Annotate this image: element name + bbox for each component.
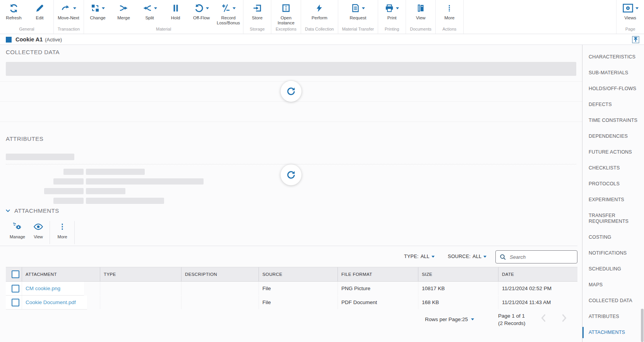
column-header[interactable]: FILE FORMAT	[337, 267, 418, 281]
view-button[interactable]: View	[408, 3, 434, 21]
more-button[interactable]: More	[437, 3, 462, 21]
sidebar-item[interactable]: COSTING	[582, 234, 639, 240]
split-button[interactable]: Split	[137, 3, 163, 21]
type-cell	[100, 282, 181, 295]
sidebar-item[interactable]: EXPERIMENTS	[582, 197, 639, 203]
skeleton-row-line	[0, 121, 582, 122]
vertical-scrollbar[interactable]	[641, 309, 644, 342]
ribbon-toolbar: Refresh Edit General Move-Next Transacti…	[0, 0, 644, 34]
sidebar-item[interactable]: COLLECTED DATA	[582, 298, 639, 304]
column-header[interactable]: DATE	[498, 267, 577, 281]
ribbon-group-label: Transaction	[55, 27, 83, 34]
row-checkbox[interactable]	[12, 285, 19, 292]
change-icon	[91, 3, 105, 14]
ribbon-group-actions: More Actions	[436, 0, 464, 34]
records-info: (2 Records)	[498, 320, 526, 326]
material-type-icon	[6, 37, 12, 43]
column-header[interactable]: DESCRIPTION	[181, 267, 259, 281]
sidebar-item[interactable]: TIME CONSTRAINTS	[582, 118, 644, 123]
store-icon	[253, 3, 262, 14]
off-flow-button[interactable]: Off-Flow	[188, 3, 214, 21]
open-instance-button[interactable]: Open Instance	[272, 3, 300, 26]
search-box[interactable]	[495, 250, 577, 263]
select-all-checkbox[interactable]	[12, 270, 19, 278]
column-header[interactable]: SIZE	[418, 267, 498, 281]
manage-attachments-button[interactable]: Manage	[7, 221, 28, 239]
sidebar-item[interactable]: SCHEDULING	[582, 266, 639, 272]
request-button[interactable]: Request	[345, 3, 371, 21]
column-header[interactable]: ATTACHMENT	[22, 267, 100, 281]
ribbon-group-label: Printing	[379, 27, 405, 34]
record-loss-bonus-icon	[221, 3, 236, 14]
sidebar-item[interactable]: SUB-MATERIALS	[582, 70, 644, 76]
sidebar-item[interactable]: ATTRIBUTES	[582, 314, 639, 320]
sidebar-item[interactable]: MAPS	[582, 282, 639, 288]
rows-per-page-dropdown[interactable]: Rows per Page: 25	[425, 316, 474, 322]
view-attachment-button[interactable]: View	[28, 221, 49, 239]
caret-down-icon	[432, 256, 435, 258]
source-filter-dropdown[interactable]: SOURCE: ALL	[448, 254, 486, 259]
edit-icon	[35, 3, 45, 14]
type-filter-dropdown[interactable]: TYPE: ALL	[404, 254, 435, 259]
column-header[interactable]: TYPE	[100, 267, 181, 281]
date-cell: 11/21/2024 11:43 AM	[498, 296, 577, 309]
attachments-section-header[interactable]: ATTACHMENTS	[5, 207, 59, 214]
manage-icon	[12, 221, 22, 232]
attachment-link[interactable]: Cookie Document.pdf	[26, 299, 76, 305]
ribbon-group-material-transfer: Request Material Transfer	[338, 0, 379, 34]
sidebar-item[interactable]: CHARACTERISTICS	[582, 54, 644, 60]
sidebar-item[interactable]: PROTOCOLS	[582, 181, 639, 187]
open-instance-icon	[281, 3, 291, 14]
ribbon-group-documents: View Documents	[406, 0, 436, 34]
store-button[interactable]: Store	[244, 3, 270, 21]
ribbon-group-page: Views Page	[616, 0, 644, 34]
views-button[interactable]: Views	[617, 3, 643, 21]
sidebar-item[interactable]: ATTACHMENTS	[582, 330, 639, 335]
merge-button[interactable]: Merge	[111, 3, 137, 21]
refresh-button[interactable]: Refresh	[1, 3, 27, 21]
more-attachments-button[interactable]: More	[52, 221, 73, 239]
split-icon	[142, 3, 157, 14]
column-header[interactable]: SOURCE	[259, 267, 337, 281]
print-icon	[385, 3, 399, 14]
table-header-columns: ATTACHMENTTYPEDESCRIPTIONSOURCEFILE FORM…	[22, 267, 577, 281]
toolbar-separator	[50, 221, 50, 244]
print-button[interactable]: Print	[379, 3, 405, 21]
record-loss-bonus-button[interactable]: Record Loss/Bonus	[214, 3, 242, 26]
refresh-icon	[9, 3, 19, 14]
ribbon-group-data-collection: Perform Data Collection	[301, 0, 338, 34]
date-cell: 11/21/2024 02:52 PM	[498, 282, 577, 295]
size-cell: 168 KB	[418, 296, 498, 309]
caret-down-icon	[471, 318, 474, 320]
change-button[interactable]: Change	[85, 3, 111, 21]
sidebar-item[interactable]: DEFECTS	[582, 102, 644, 108]
edit-button[interactable]: Edit	[27, 3, 53, 21]
next-page-icon[interactable]	[560, 313, 567, 323]
caret-down-icon	[635, 7, 639, 9]
collected-data-section-title: COLLECTED DATA	[6, 49, 60, 55]
hold-button[interactable]: Hold	[163, 3, 188, 21]
more-icon	[445, 3, 453, 14]
sidebar-item[interactable]: FUTURE ACTIONS	[582, 149, 644, 155]
attachment-link[interactable]: CM cookie.png	[26, 286, 60, 291]
sidebar-item[interactable]: DEPENDENCIES	[582, 133, 644, 139]
perform-icon	[315, 3, 324, 14]
section-nav-sidebar: CHARACTERISTICSSUB-MATERIALSHOLDS/OFF-FL…	[582, 45, 644, 342]
chevron-down-icon	[5, 208, 11, 214]
sidebar-item[interactable]: CHECKLISTS	[582, 165, 639, 171]
ribbon-group-printing: Print Printing	[378, 0, 406, 34]
filter-divider	[0, 246, 577, 246]
spinner-icon	[286, 87, 296, 96]
caret-down-icon	[233, 7, 236, 9]
expand-icon[interactable]	[632, 36, 639, 43]
row-checkbox[interactable]	[12, 299, 19, 306]
move-next-button[interactable]: Move-Next	[55, 3, 82, 21]
search-input[interactable]	[510, 254, 568, 260]
sidebar-item[interactable]: HOLDS/OFF-FLOWS	[582, 86, 644, 92]
caret-down-icon	[206, 7, 209, 9]
source-cell: File	[259, 282, 337, 295]
prev-page-icon[interactable]	[540, 313, 547, 323]
sidebar-item[interactable]: TRANSFER REQUIREMENTS	[582, 213, 639, 224]
sidebar-item[interactable]: NOTIFICATIONS	[582, 250, 639, 256]
perform-button[interactable]: Perform	[307, 3, 332, 21]
